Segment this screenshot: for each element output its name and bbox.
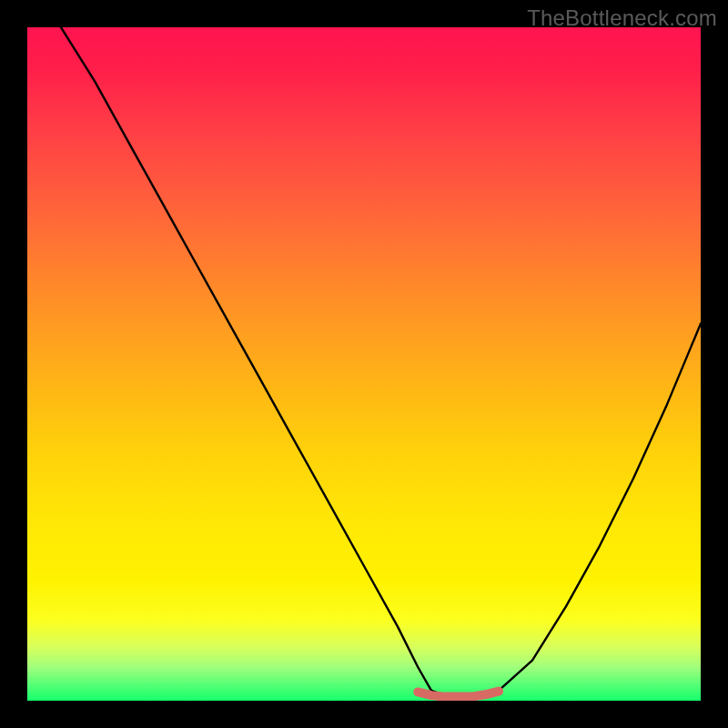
flat-minimum-marker — [418, 692, 499, 697]
curve-layer — [27, 27, 701, 701]
watermark-text: TheBottleneck.com — [527, 5, 717, 31]
chart-frame: TheBottleneck.com — [0, 0, 728, 728]
plot-area — [27, 27, 701, 701]
bottleneck-curve — [61, 27, 701, 697]
